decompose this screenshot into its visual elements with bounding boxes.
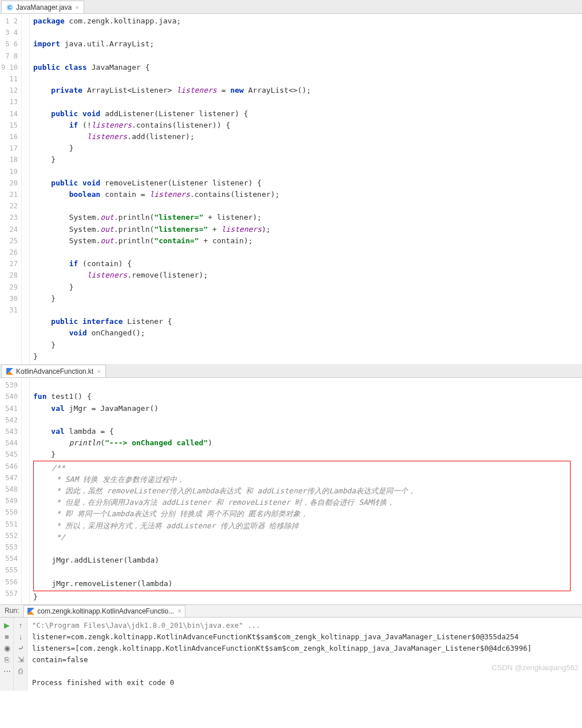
run-toolbar-right: ↑ ↓ ⤶ ⇲ ⎙ xyxy=(14,618,27,691)
run-tab-title: com.zengk.koltinapp.KotlinAdvanceFunctio… xyxy=(37,607,174,615)
gutter: 1 2 3 4 5 6 7 8 9 10 11 12 13 14 15 16 1… xyxy=(0,14,22,364)
down-icon[interactable]: ↓ xyxy=(14,631,27,643)
run-panel: Run: com.zengk.koltinapp.KotlinAdvanceFu… xyxy=(0,604,582,691)
run-toolbar-left: ▶ ■ ◉ ⎘ ⋯ xyxy=(0,618,14,691)
more-icon[interactable]: ⋯ xyxy=(0,666,14,677)
fold-column xyxy=(22,378,30,604)
scroll-icon[interactable]: ⇲ xyxy=(14,654,27,666)
console-line: listeners=[com.zengk.koltinapp.KotlinAdv… xyxy=(32,644,532,652)
run-label: Run: xyxy=(0,604,23,617)
console-line: listener=com.zengk.koltinapp.KotlinAdvan… xyxy=(32,632,518,641)
fold-column xyxy=(22,14,30,364)
tab-java[interactable]: C JavaManager.java × xyxy=(1,1,84,13)
camera-icon[interactable]: ◉ xyxy=(0,643,14,654)
class-icon: C xyxy=(6,4,13,11)
print-icon[interactable]: ⎙ xyxy=(14,666,27,677)
editor-java[interactable]: 1 2 3 4 5 6 7 8 9 10 11 12 13 14 15 16 1… xyxy=(0,14,582,364)
highlight-box: /** * SAM 转换 发生在参数传递过程中， * 因此，虽然 removeL… xyxy=(33,461,571,591)
editor-kotlin[interactable]: 539 540 541 542 543 544 545 546 547 548 … xyxy=(0,378,582,604)
tab-title: KotlinAdvanceFunction.kt xyxy=(16,367,93,375)
kotlin-icon xyxy=(27,608,34,615)
close-icon[interactable]: × xyxy=(177,607,181,615)
code-kotlin[interactable]: fun test1() { val jMgr = JavaManager() v… xyxy=(30,378,582,604)
code-java[interactable]: package com.zengk.koltinapp.java; import… xyxy=(30,14,582,364)
close-icon[interactable]: × xyxy=(97,368,100,375)
watermark: CSDN @zengkaiqiang562 xyxy=(492,662,579,674)
console-line: contain=false xyxy=(32,655,88,664)
tab-kotlin[interactable]: KotlinAdvanceFunction.kt × xyxy=(1,365,106,377)
gutter: 539 540 541 542 543 544 545 546 547 548 … xyxy=(0,378,22,604)
run-header: Run: com.zengk.koltinapp.KotlinAdvanceFu… xyxy=(0,605,582,618)
console-output[interactable]: "C:\Program Files\Java\jdk1.8.0_201\bin\… xyxy=(27,618,582,691)
tab-bar-top: C JavaManager.java × xyxy=(0,0,582,14)
exit-icon[interactable]: ⎘ xyxy=(0,654,14,666)
tab-bar-bottom: KotlinAdvanceFunction.kt × xyxy=(0,364,582,378)
wrap-icon[interactable]: ⤶ xyxy=(14,643,27,654)
rerun-icon[interactable]: ▶ xyxy=(0,620,14,631)
console-line: Process finished with exit code 0 xyxy=(32,678,174,687)
run-tab[interactable]: com.zengk.koltinapp.KotlinAdvanceFunctio… xyxy=(23,605,185,617)
kotlin-icon xyxy=(6,368,13,375)
tab-title: JavaManager.java xyxy=(16,3,72,11)
run-body: ▶ ■ ◉ ⎘ ⋯ ↑ ↓ ⤶ ⇲ ⎙ "C:\Program Files\Ja… xyxy=(0,618,582,691)
console-line: "C:\Program Files\Java\jdk1.8.0_201\bin\… xyxy=(32,621,260,630)
stop-icon[interactable]: ■ xyxy=(0,631,14,643)
close-icon[interactable]: × xyxy=(75,4,78,11)
up-icon[interactable]: ↑ xyxy=(14,620,27,631)
